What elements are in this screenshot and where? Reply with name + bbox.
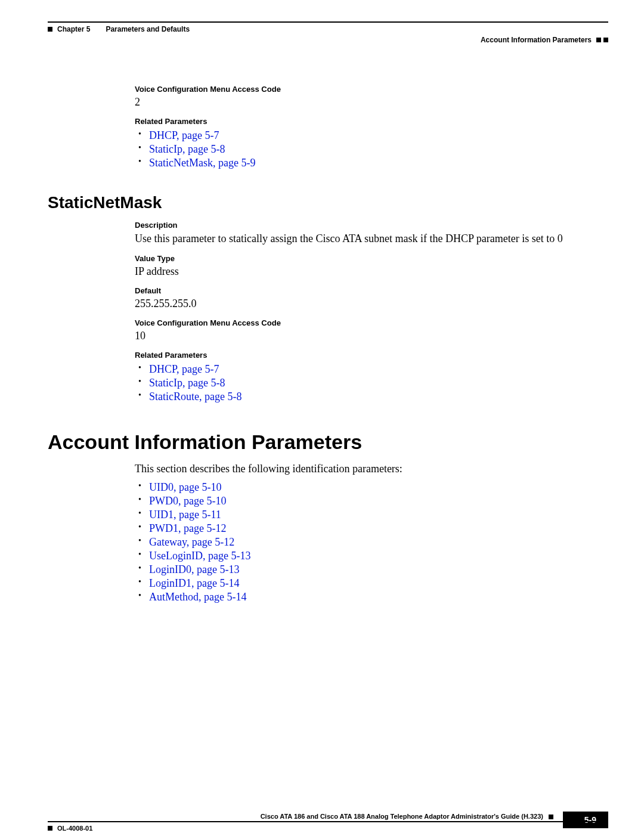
cross-ref-link[interactable]: UID0, page 5-10 <box>149 481 221 493</box>
description-label: Description <box>135 221 608 230</box>
list-item: LoginID0, page 5-13 <box>135 563 608 576</box>
list-item: DHCP, page 5-7 <box>135 129 608 142</box>
chapter-title <box>95 25 101 33</box>
square-icon <box>603 38 608 42</box>
value-type-value: IP address <box>135 265 608 278</box>
page: Chapter 5 Parameters and Defaults Accoun… <box>0 0 644 833</box>
cross-ref-link[interactable]: AutMethod, page 5-14 <box>149 591 246 603</box>
related-parameters-list: DHCP, page 5-7 StaticIp, page 5-8 Static… <box>135 363 608 403</box>
list-item: UseLoginID, page 5-13 <box>135 550 608 562</box>
list-item: DHCP, page 5-7 <box>135 363 608 376</box>
vcm-access-code-label: Voice Configuration Menu Access Code <box>135 318 608 327</box>
cross-ref-link[interactable]: Gateway, page 5-12 <box>149 536 234 548</box>
header-sub-row: Account Information Parameters <box>481 36 608 44</box>
square-icon <box>549 815 553 819</box>
default-value: 255.255.255.0 <box>135 298 608 310</box>
account-links-list: UID0, page 5-10 PWD0, page 5-10 UID1, pa… <box>135 481 608 603</box>
cross-ref-link[interactable]: StaticNetMask, page 5-9 <box>149 157 255 169</box>
page-number-box: 5-9 <box>563 812 608 828</box>
footer-guide-title: Cisco ATA 186 and Cisco ATA 188 Analog T… <box>261 813 553 820</box>
related-parameters-list: DHCP, page 5-7 StaticIp, page 5-8 Static… <box>135 129 608 169</box>
list-item: AutMethod, page 5-14 <box>135 591 608 603</box>
list-item: PWD0, page 5-10 <box>135 495 608 507</box>
cross-ref-link[interactable]: DHCP, page 5-7 <box>149 129 219 141</box>
list-item: PWD1, page 5-12 <box>135 522 608 535</box>
square-icon <box>596 38 601 42</box>
cross-ref-link[interactable]: UID1, page 5-11 <box>149 509 221 521</box>
cross-ref-link[interactable]: StaticIp, page 5-8 <box>149 143 225 155</box>
list-item: StaticRoute, page 5-8 <box>135 391 608 403</box>
header-top-row: Chapter 5 Parameters and Defaults <box>48 25 190 33</box>
cross-ref-link[interactable]: UseLoginID, page 5-13 <box>149 550 250 562</box>
default-label: Default <box>135 286 608 295</box>
vcm-access-code-value: 2 <box>135 96 608 109</box>
list-item: StaticNetMask, page 5-9 <box>135 157 608 169</box>
heading-account-info: Account Information Parameters <box>48 431 608 454</box>
account-intro-text: This section describes the following ide… <box>135 462 608 476</box>
page-content: Voice Configuration Menu Access Code 2 R… <box>48 85 608 603</box>
cross-ref-link[interactable]: LoginID1, page 5-14 <box>149 577 239 589</box>
cross-ref-link[interactable]: PWD1, page 5-12 <box>149 522 226 534</box>
footer-doc-id: OL-4008-01 <box>48 825 92 832</box>
doc-id-text: OL-4008-01 <box>57 825 92 832</box>
list-item: LoginID1, page 5-14 <box>135 577 608 590</box>
footer-rule <box>48 821 608 822</box>
guide-title-text: Cisco ATA 186 and Cisco ATA 188 Analog T… <box>261 813 543 820</box>
cross-ref-link[interactable]: DHCP, page 5-7 <box>149 363 219 375</box>
cross-ref-link[interactable]: LoginID0, page 5-13 <box>149 563 239 575</box>
value-type-label: Value Type <box>135 254 608 263</box>
square-icon <box>48 826 52 831</box>
page-header: Chapter 5 Parameters and Defaults Accoun… <box>48 21 608 51</box>
list-item: StaticIp, page 5-8 <box>135 377 608 389</box>
chapter-label: Chapter 5 <box>57 25 90 33</box>
cross-ref-link[interactable]: StaticIp, page 5-8 <box>149 377 225 389</box>
section-title: Account Information Parameters <box>481 36 592 44</box>
chapter-title-text: Parameters and Defaults <box>106 25 190 33</box>
header-rule <box>48 21 608 23</box>
header-squares <box>596 38 608 42</box>
heading-staticnetmask: StaticNetMask <box>48 193 608 212</box>
cross-ref-link[interactable]: StaticRoute, page 5-8 <box>149 391 242 402</box>
related-parameters-label: Related Parameters <box>135 351 608 360</box>
list-item: UID1, page 5-11 <box>135 509 608 521</box>
square-icon <box>48 27 52 32</box>
description-text: Use this parameter to statically assign … <box>135 232 608 246</box>
list-item: Gateway, page 5-12 <box>135 536 608 549</box>
list-item: StaticIp, page 5-8 <box>135 143 608 156</box>
cross-ref-link[interactable]: PWD0, page 5-10 <box>149 495 226 507</box>
vcm-access-code-value: 10 <box>135 330 608 342</box>
list-item: UID0, page 5-10 <box>135 481 608 494</box>
related-parameters-label: Related Parameters <box>135 117 608 126</box>
vcm-access-code-label: Voice Configuration Menu Access Code <box>135 85 608 94</box>
